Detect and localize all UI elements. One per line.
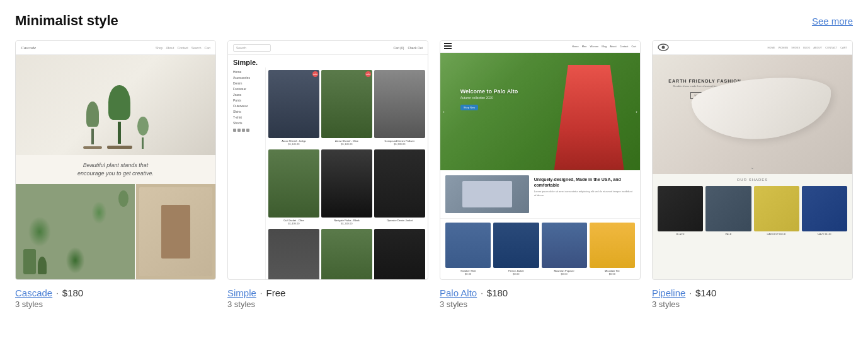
svg-rect-2	[444, 48, 452, 49]
palo-nav-links: Home Men Women Blog About Contact Cart	[572, 45, 636, 48]
cascade-preview[interactable]: Cascade Shop About Contact Search Cart	[15, 40, 216, 280]
simple-product-price-2: $1,149.00	[341, 142, 353, 146]
cascade-bottom-left-image	[16, 184, 135, 279]
simple-name-link[interactable]: Simple	[227, 288, 256, 298]
see-more-link[interactable]: See more	[812, 16, 853, 26]
palo-alto-dot: ·	[481, 288, 483, 298]
palo-alto-styles: 3 styles	[440, 299, 641, 309]
palo-product-img-2	[493, 223, 539, 268]
pipeline-product-2: PALE	[705, 186, 751, 236]
palo-logo-icon	[444, 43, 452, 49]
cascade-styles: 3 styles	[15, 299, 216, 309]
simple-checkout: Check Out	[408, 46, 423, 50]
simple-cart: Cart (0)	[393, 46, 404, 50]
pipeline-name-link[interactable]: Pipeline	[652, 288, 685, 298]
pipeline-dot: ·	[689, 288, 692, 298]
pipeline-product-name-2: PALE	[725, 233, 731, 236]
pipeline-nav-blog: BLOG	[803, 46, 810, 49]
simple-product-9: Wolfpack Jacket - Black $1,399.00	[374, 229, 425, 280]
palo-nav-home: Home	[572, 45, 579, 48]
simple-product-img-6	[374, 149, 425, 218]
palo-next-arrow[interactable]: ›	[636, 108, 637, 114]
palo-hero-sub: Autumn collection 2020	[460, 96, 518, 100]
simple-sidebar-accessories: Accessories	[233, 76, 260, 79]
palo-product-img-1	[445, 223, 491, 268]
cascade-nav-about: About	[166, 46, 174, 50]
pipeline-name-row: Pipeline · $140	[652, 288, 853, 298]
palo-feature-text: Uniquely-designed, Made in the USA, and …	[533, 175, 635, 213]
simple-preview[interactable]: Search Cart (0) Check Out Simple. Home A…	[227, 40, 428, 280]
simple-product-price-4: $1,499.00	[288, 222, 300, 225]
palo-product-3: Mountain Popover $0.00	[542, 223, 587, 276]
pipeline-nav-links: HOME WOMEN SHOES BLOG ABOUT CONTACT CART	[767, 46, 847, 49]
palo-alto-name-link[interactable]: Palo Alto	[440, 288, 477, 298]
pipeline-product-img-4	[802, 186, 847, 231]
palo-products-row: Sneaker Shirt $0.00 Fleece Jacket $0.00 …	[440, 219, 640, 279]
simple-product-1: sale Arrow Sherief - Indigo $1,149.00	[268, 70, 319, 146]
simple-search-box: Search	[233, 44, 271, 52]
svg-rect-1	[444, 45, 452, 47]
pipeline-product-1: BLACK	[658, 186, 703, 236]
pipeline-product-name-1: BLACK	[677, 233, 685, 236]
simple-name-row: Simple · Free	[227, 288, 428, 298]
palo-hero-text: Welcome to Palo Alto Autumn collection 2…	[460, 88, 518, 111]
simple-product-name-6: Operator Denim Jacket	[387, 219, 413, 222]
simple-product-3: Compound Denim Pullover $1,399.00	[374, 70, 425, 146]
pipeline-product-name-3: HARVEST BLUE	[767, 233, 785, 236]
simple-product-price-3: $1,399.00	[394, 142, 406, 146]
simple-product-img-2: sale	[321, 70, 372, 138]
cascade-nav-contact: Contact	[177, 46, 188, 50]
cascade-plant-illustration	[77, 41, 155, 155]
cascade-hero: Cascade Shop About Contact Search Cart	[16, 41, 215, 155]
simple-sidebar-tshirt: T-shirt	[233, 115, 260, 119]
simple-product-price-1: $1,149.00	[288, 142, 300, 146]
cascade-nav: Cascade Shop About Contact Search Cart	[16, 41, 215, 55]
cascade-nav-logo: Cascade	[21, 45, 36, 50]
palo-feature-image	[445, 175, 529, 213]
simple-product-row-2: Gulf Jacket - Olive $1,499.00 Navigate P…	[268, 149, 425, 225]
palo-nav-cart: Cart	[631, 45, 636, 48]
palo-product-price-3: $0.00	[561, 272, 568, 276]
svg-point-4	[662, 45, 665, 49]
pipeline-product-img-1	[658, 186, 703, 231]
palo-feature: Uniquely-designed, Made in the USA, and …	[440, 170, 640, 219]
pipeline-info: Pipeline · $140 3 styles	[652, 288, 853, 309]
cascade-hero-image	[16, 41, 215, 155]
palo-alto-price: $180	[487, 288, 508, 298]
instagram-icon	[242, 129, 245, 132]
pipeline-preview[interactable]: HOME WOMEN SHOES BLOG ABOUT CONTACT CART…	[652, 40, 853, 280]
section-header: Minimalist style See more	[15, 13, 853, 29]
palo-product-price-1: $0.00	[465, 272, 471, 276]
palo-product-price-4: $0.00	[609, 272, 615, 276]
simple-product-8: Storm Jacket - Olive	[321, 229, 372, 280]
simple-styles: 3 styles	[227, 299, 428, 309]
palo-nav-men: Men	[582, 45, 587, 48]
simple-sidebar: Home Accessories Denim Footwear Jeans Pa…	[228, 67, 266, 280]
pipeline-product-img-3	[754, 186, 799, 231]
pipeline-eye-logo	[658, 44, 669, 52]
pipeline-product-4: NAVY BLUE	[802, 186, 847, 236]
cascade-name-link[interactable]: Cascade	[15, 288, 52, 298]
simple-products: sale Arrow Sherief - Indigo $1,149.00 sa…	[266, 67, 428, 280]
pipeline-nav-cart: CART	[840, 46, 847, 49]
pipeline-product-name-4: NAVY BLUE	[818, 233, 831, 236]
simple-sidebar-jeans: Jeans	[233, 93, 260, 96]
palo-prev-arrow[interactable]: ‹	[443, 108, 445, 114]
cascade-dot: ·	[56, 288, 59, 298]
palo-product-img-3	[542, 223, 587, 268]
simple-price: Free	[266, 288, 285, 298]
simple-product-img-7	[268, 229, 319, 280]
simple-product-price-5: $1,249.00	[341, 222, 353, 225]
simple-sale-badge-1: sale	[312, 71, 318, 77]
palo-feature-sub: Lorem ipsum dolor sit amet consectetur a…	[534, 190, 634, 197]
palo-alto-preview[interactable]: Home Men Women Blog About Contact Cart W…	[440, 40, 641, 280]
facebook-icon	[233, 129, 236, 132]
cascade-name-row: Cascade · $180	[15, 288, 216, 298]
palo-alto-name-row: Palo Alto · $180	[440, 288, 641, 298]
theme-card-pipeline: HOME WOMEN SHOES BLOG ABOUT CONTACT CART…	[652, 40, 853, 309]
pipeline-hero: EARTH FRIENDLY FASHION Durable shoes mad…	[653, 55, 852, 174]
cascade-nav-links: Shop About Contact Search Cart	[156, 46, 210, 50]
pipeline-price: $140	[695, 288, 716, 298]
pipeline-nav-women: WOMEN	[778, 46, 788, 49]
simple-product-img-1: sale	[268, 70, 319, 138]
